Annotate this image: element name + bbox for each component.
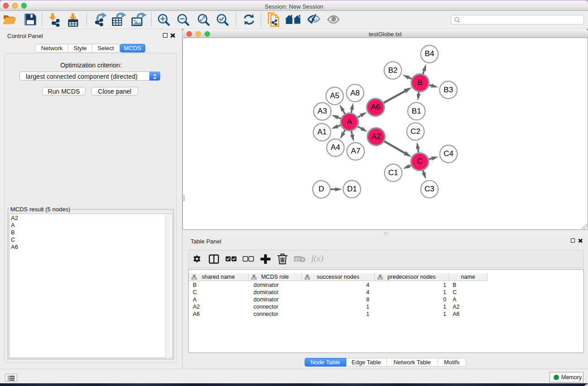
svg-text:B4: B4 xyxy=(425,49,434,58)
svg-text:A8: A8 xyxy=(350,89,360,97)
svg-text:C4: C4 xyxy=(444,149,454,158)
svg-text:A: A xyxy=(347,117,352,126)
svg-text:B2: B2 xyxy=(388,66,398,75)
svg-text:A2: A2 xyxy=(372,132,381,141)
svg-text:A1: A1 xyxy=(317,128,327,136)
svg-text:D1: D1 xyxy=(347,185,357,193)
svg-text:C: C xyxy=(417,157,422,166)
svg-text:A7: A7 xyxy=(351,147,360,155)
svg-text:C2: C2 xyxy=(411,127,421,136)
svg-text:B: B xyxy=(417,78,422,87)
svg-text:B1: B1 xyxy=(412,107,421,115)
svg-text:D: D xyxy=(319,185,324,193)
svg-text:A5: A5 xyxy=(330,91,339,100)
svg-text:C3: C3 xyxy=(425,185,435,193)
svg-text:A4: A4 xyxy=(331,143,340,152)
svg-text:A6: A6 xyxy=(371,103,380,111)
svg-text:C1: C1 xyxy=(388,168,398,177)
svg-text:A3: A3 xyxy=(318,107,327,115)
svg-text:B3: B3 xyxy=(444,86,453,94)
